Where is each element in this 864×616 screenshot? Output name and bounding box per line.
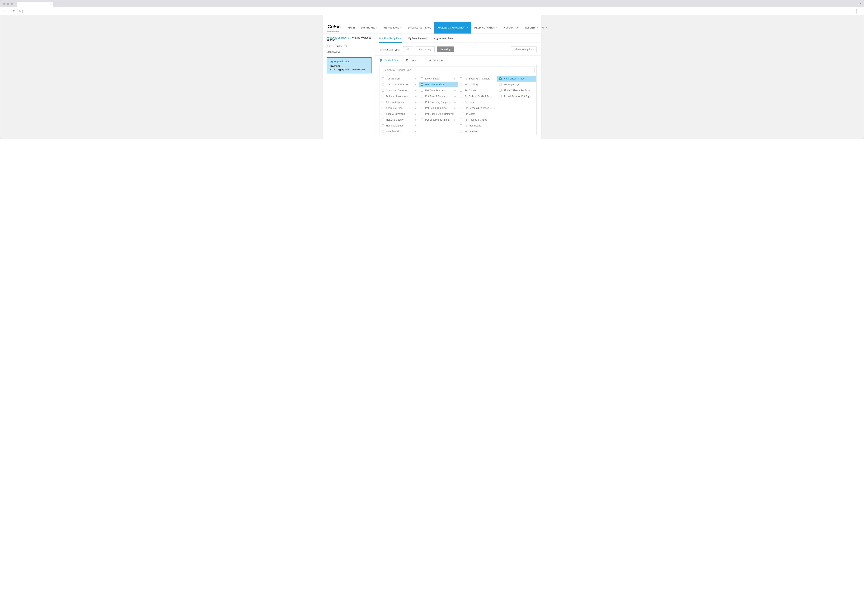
list-item[interactable]: Pet Supplies by Animal▶ (419, 117, 458, 123)
list-item[interactable]: Pet Care Product▶ (419, 82, 458, 88)
browser-tab[interactable]: × (17, 2, 53, 8)
checkbox[interactable] (421, 107, 423, 109)
advanced-options-button[interactable]: Advanced Options (511, 47, 537, 52)
checkbox[interactable] (421, 113, 423, 115)
filter-all-button[interactable]: All (403, 47, 413, 52)
category-brand[interactable]: Brand (405, 58, 417, 62)
segment-card[interactable]: Aggregated Data Browsing Product Type | … (327, 57, 372, 74)
logo[interactable]: CoEx‹‹‹ The Co-Operative Audience Exchan… (327, 24, 340, 32)
reload-button[interactable]: ⟳ (13, 9, 15, 13)
checkbox[interactable] (421, 95, 423, 97)
checkbox[interactable] (421, 119, 423, 121)
list-item[interactable]: Pet Food & Treats▶ (419, 93, 458, 99)
list-item[interactable]: Pet Houses & Cages▶ (458, 117, 497, 123)
checkbox[interactable] (460, 101, 462, 103)
checkbox[interactable] (421, 77, 423, 80)
checkbox[interactable] (460, 77, 462, 80)
filter-browsing-button[interactable]: Browsing (437, 47, 454, 52)
new-tab-button[interactable]: + (56, 2, 58, 6)
list-item[interactable]: Pet Gates (458, 111, 497, 117)
list-item[interactable]: Fitness & Sports▶ (379, 99, 419, 105)
checkbox[interactable] (382, 107, 384, 109)
list-item[interactable]: Consumer Services▶ (379, 88, 419, 93)
filter-purchasing-button[interactable]: Purchasing (415, 47, 435, 52)
window-maximize[interactable] (11, 3, 13, 5)
breadcrumb-root[interactable]: AUDIENCE SEGMENTS (327, 37, 349, 39)
checkbox[interactable] (460, 83, 462, 86)
checkbox[interactable] (460, 113, 462, 115)
checkbox[interactable] (382, 83, 384, 86)
checkbox[interactable] (382, 124, 384, 127)
category-product-type[interactable]: Product Type (379, 58, 399, 62)
list-item[interactable]: Flowers & Gifts▶ (379, 105, 419, 111)
checkbox[interactable] (499, 89, 502, 91)
checkbox[interactable] (460, 107, 462, 109)
list-item[interactable]: Pet Grooming Supplies▶ (419, 99, 458, 105)
nav-item[interactable]: DASHBOARD▼ (358, 22, 381, 33)
checkbox[interactable] (460, 130, 462, 133)
list-item[interactable]: Pet Doors (458, 99, 497, 105)
checkbox[interactable] (460, 89, 462, 91)
nav-item[interactable]: ADMIN (344, 22, 358, 33)
list-item[interactable]: Consumer Electronics▶ (379, 82, 419, 88)
checkbox[interactable] (421, 83, 423, 86)
checkbox[interactable] (382, 119, 384, 121)
category-all-browsing[interactable]: All Browsing (424, 58, 443, 62)
checkbox[interactable] (382, 101, 384, 103)
list-item[interactable]: Pet Fences & Exercise P…▶ (458, 105, 497, 111)
nav-item[interactable]: DATA MARKETPLACE (405, 22, 434, 33)
list-item[interactable]: Plush & Fleece Pet Toys (497, 88, 536, 93)
nav-item[interactable]: MEDIA ACTIVATION▼ (471, 22, 501, 33)
window-minimize[interactable] (7, 3, 9, 5)
data-tab[interactable]: My First-Party Data (379, 37, 402, 43)
hamburger-icon[interactable]: ☰ (859, 9, 861, 13)
address-bar[interactable]: 🔍︎ | ☆ (17, 9, 856, 14)
nav-item[interactable]: MY AUDIENCE▼ (381, 22, 405, 33)
checkbox[interactable] (460, 119, 462, 121)
checkbox[interactable] (499, 95, 502, 97)
checkbox[interactable] (382, 95, 384, 97)
expand-icon[interactable]: ⤢ (859, 2, 861, 5)
user-menu[interactable]: ▼ (541, 26, 548, 29)
checkbox[interactable] (382, 89, 384, 91)
checkbox[interactable] (382, 130, 384, 133)
checkbox[interactable] (382, 77, 384, 80)
list-item[interactable]: Defense & Weapons▶ (379, 93, 419, 99)
list-item[interactable]: Pet Odor & Stain Removal (419, 111, 458, 117)
tab-close-icon[interactable]: × (49, 3, 51, 6)
checkbox[interactable] (460, 95, 462, 97)
list-item[interactable]: Construction▶ (379, 76, 419, 82)
list-item[interactable]: Health & Beauty▶ (379, 117, 419, 123)
nav-item[interactable]: ACCOUNTING (501, 22, 522, 33)
list-item[interactable]: Pet Care Services▶ (419, 88, 458, 93)
data-tab[interactable]: My Data Network (408, 37, 428, 43)
nav-item[interactable]: AUDIENCE MANAGEMENT▼ (434, 22, 471, 33)
checkbox[interactable] (499, 77, 502, 80)
forward-button[interactable]: → (8, 9, 11, 13)
list-item[interactable]: Pet Identification (458, 123, 497, 129)
list-item[interactable]: Pet Leashes (458, 129, 497, 134)
list-item[interactable]: Pet Rope Toys (497, 82, 536, 88)
list-item[interactable]: Manufacturing▶ (379, 129, 419, 134)
back-button[interactable]: ← (3, 9, 6, 13)
nav-item[interactable]: REPORTS▼ (522, 22, 541, 33)
list-item[interactable]: Pet Clothing (458, 82, 497, 88)
list-item[interactable]: Live Animals▶ (419, 76, 458, 82)
list-item[interactable]: Hard Chew Pet Toys (497, 76, 536, 82)
checkbox[interactable] (382, 113, 384, 115)
checkbox[interactable] (499, 83, 502, 86)
window-close[interactable] (3, 3, 6, 5)
list-item[interactable]: Food & Beverage▶ (379, 111, 419, 117)
list-item[interactable]: Pet Bedding & Furniture (458, 76, 497, 82)
list-item[interactable]: Home & Garden▶ (379, 123, 419, 129)
list-item[interactable]: Pet Health Supplies▶ (419, 105, 458, 111)
bookmark-icon[interactable]: ☆ (853, 9, 855, 13)
list-item[interactable]: Toss & Retrieve Pet Toys (497, 93, 536, 99)
data-tab[interactable]: Aggregated Data (434, 37, 453, 43)
search-input[interactable] (381, 66, 535, 73)
list-item[interactable]: Pet Collars (458, 88, 497, 93)
list-item[interactable]: Pet Dishes, Bowls & Fee… (458, 93, 497, 99)
checkbox[interactable] (421, 89, 423, 91)
checkbox[interactable] (460, 124, 462, 127)
checkbox[interactable] (421, 101, 423, 103)
